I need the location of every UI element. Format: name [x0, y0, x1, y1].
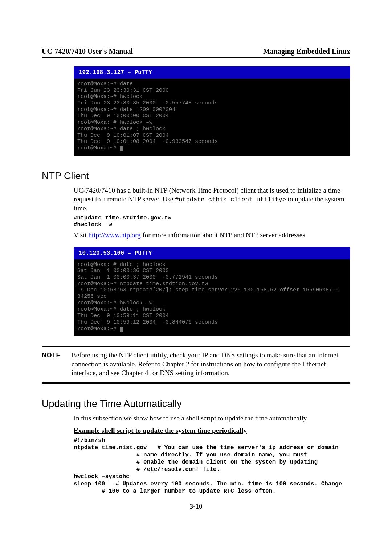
ntp-para2-a: Visit [74, 231, 89, 239]
ntp-link[interactable]: http://www.ntp.org [89, 231, 141, 239]
ntp-commands: #ntpdate time.stdtime.gov.tw #hwclock –w [74, 215, 350, 229]
page: UC-7420/7410 User's Manual Managing Embe… [0, 0, 392, 554]
note-rule-bottom [42, 382, 350, 384]
ntp-para-2: Visit http://www.ntp.org for more inform… [74, 231, 350, 239]
terminal-body-2: root@Moxa:~# date ; hwclock Sat Jan 1 00… [74, 259, 350, 335]
terminal-window-1: 192.168.3.127 – PuTTY root@Moxa:~# date … [74, 66, 350, 156]
header-left: UC-7420/7410 User's Manual [42, 47, 133, 56]
note-label: NOTE [42, 351, 61, 359]
terminal-window-2: 10.120.53.100 – PuTTY root@Moxa:~# date … [74, 247, 350, 337]
spacer [42, 242, 350, 247]
cursor-icon [120, 327, 123, 332]
update-intro: In this subsection we show how to use a … [74, 414, 350, 423]
section-heading-update: Updating the Time Automatically [42, 398, 350, 410]
terminal-lines-2: root@Moxa:~# date ; hwclock Sat Jan 1 00… [77, 262, 339, 332]
update-body: In this subsection we show how to use a … [74, 414, 350, 495]
terminal-lines-1: root@Moxa:~# date Fri Jun 23 23:30:31 CS… [77, 81, 218, 151]
note-rule-top [42, 346, 350, 347]
note-block: NOTE Before using the NTP client utility… [42, 351, 350, 377]
header-row: UC-7420/7410 User's Manual Managing Embe… [42, 47, 350, 56]
ntp-body: UC-7420/7410 has a built-in NTP (Network… [74, 186, 350, 240]
update-subhead: Example shell script to update the syste… [74, 426, 350, 435]
ntp-para2-b: for more information about NTP and NTP s… [141, 231, 307, 239]
note-text: Before using the NTP client utility, che… [72, 351, 350, 377]
page-number: 3-10 [0, 502, 392, 510]
section-heading-ntp: NTP Client [42, 171, 350, 182]
header-rule [42, 57, 350, 58]
cursor-icon [120, 146, 123, 151]
ntp-inline-cmd: #ntpdate <this client utility> [175, 196, 286, 203]
header-right: Managing Embedded Linux [263, 47, 350, 56]
terminal-title-2: 10.120.53.100 – PuTTY [74, 247, 350, 259]
terminal-title-1: 192.168.3.127 – PuTTY [74, 66, 350, 79]
ntp-para-1: UC-7420/7410 has a built-in NTP (Network… [74, 186, 350, 213]
shell-script: #!/bin/sh ntpdate time.nist.gov # You ca… [74, 437, 350, 495]
terminal-body-1: root@Moxa:~# date Fri Jun 23 23:30:31 CS… [74, 79, 350, 154]
